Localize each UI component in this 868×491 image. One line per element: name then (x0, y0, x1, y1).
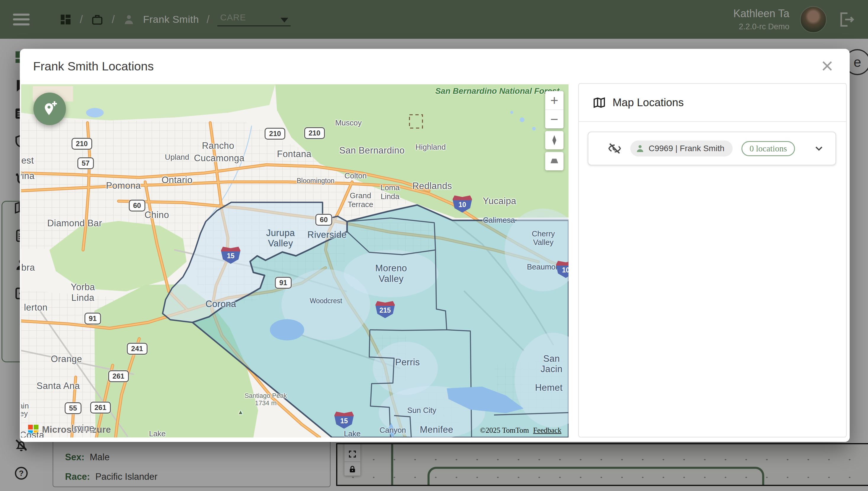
patient-chip-label: C9969 | Frank Smith (649, 144, 724, 153)
tilt-button[interactable] (545, 152, 563, 170)
visibility-off-icon[interactable] (608, 142, 621, 155)
tilt-icon (549, 157, 559, 165)
person-icon (635, 143, 645, 153)
map-attribution-right: ©2025 TomTom Feedback (480, 426, 561, 434)
map-attribution-left: Microsoft Azure (28, 425, 111, 435)
map-locations-panel: Map Locations C9969 | Frank Smith 0 loca… (578, 83, 847, 437)
microsoft-logo-icon (28, 425, 38, 435)
add-location-icon (41, 100, 58, 117)
locations-modal: Frank Smith Locations (20, 49, 850, 442)
map[interactable]: San Bernardino National Forest + − (21, 84, 568, 437)
locations-count-badge: 0 locations (741, 141, 795, 156)
map-provider: Microsoft Azure (42, 425, 111, 435)
map-controls: + − (545, 91, 563, 170)
compass-button[interactable] (545, 131, 563, 149)
add-location-button[interactable] (33, 93, 66, 125)
patient-chip: C9969 | Frank Smith (630, 141, 733, 156)
map-icon (592, 96, 606, 110)
forest-label: San Bernardino National Forest (435, 86, 559, 96)
zoom-out-button[interactable]: − (545, 110, 563, 128)
panel-title: Map Locations (613, 96, 684, 109)
feedback-link[interactable]: Feedback (533, 426, 561, 434)
map-canvas (21, 84, 568, 437)
panel-header: Map Locations (579, 84, 846, 122)
compass-icon (551, 135, 558, 145)
close-icon[interactable] (820, 59, 834, 73)
map-copyright: ©2025 TomTom (480, 426, 529, 434)
zoom-in-button[interactable]: + (545, 91, 563, 110)
modal-title: Frank Smith Locations (33, 59, 154, 74)
location-group-row[interactable]: C9969 | Frank Smith 0 locations (588, 132, 836, 165)
app-stage: / / Frank Smith / CARE Kathleen Ta 2.2.0… (0, 0, 868, 491)
zoom-control: + − (545, 91, 563, 128)
chevron-down-icon[interactable] (813, 143, 825, 154)
